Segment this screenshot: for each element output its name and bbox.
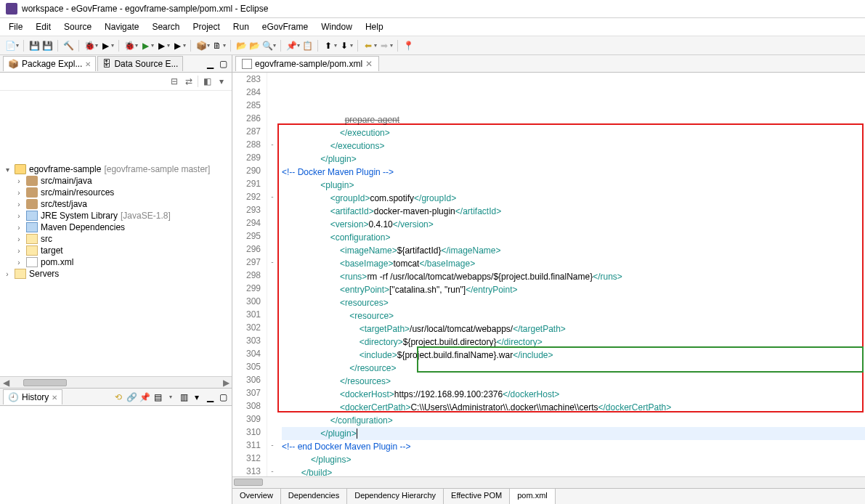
tree-row[interactable]: ›pom.xml — [0, 256, 232, 268]
menu-search[interactable]: Search — [146, 20, 185, 34]
menu-source[interactable]: Source — [58, 20, 97, 34]
run-server-icon[interactable]: ▶ — [100, 40, 111, 52]
tree-row[interactable]: ›JRE System Library [JavaSE-1.8] — [0, 210, 232, 221]
editor-body[interactable]: 2832842852862872882892902912922932942952… — [232, 73, 865, 476]
fold-column[interactable]: ----- — [267, 73, 277, 476]
tree-row[interactable]: ›src/main/java — [0, 175, 232, 187]
collapse-all-icon[interactable]: ⊟ — [168, 76, 180, 87]
tab-history[interactable]: 🕘 History ✕ — [3, 389, 62, 405]
twisty-icon[interactable]: › — [15, 189, 23, 197]
build-icon[interactable]: 🔨 — [62, 40, 74, 52]
tree-scrollbar[interactable]: ◀▶ — [0, 376, 232, 388]
code-line[interactable]: <plugin> — [282, 179, 865, 192]
twisty-icon[interactable]: ▾ — [3, 166, 12, 174]
maximize-icon[interactable]: ▢ — [217, 58, 229, 70]
tree-row[interactable]: ›Maven Dependencies — [0, 221, 232, 233]
view-menu-icon[interactable]: ▾ — [191, 391, 203, 403]
tree-row[interactable]: ›target — [0, 245, 232, 256]
menu-file[interactable]: File — [3, 20, 28, 34]
code-line[interactable]: <dockerHost>https://192.168.99.100:2376<… — [282, 388, 865, 401]
twisty-icon[interactable]: › — [15, 177, 23, 185]
pom-tab-effective-pom[interactable]: Effective POM — [444, 489, 510, 504]
menu-navigate[interactable]: Navigate — [99, 20, 145, 34]
pom-tab-dependency-hierarchy[interactable]: Dependency Hierarchy — [347, 489, 444, 504]
editor-tab-pom[interactable]: egovframe-sample/pom.xml ✕ — [235, 56, 379, 71]
next-annotation-icon[interactable]: ⬇ — [338, 40, 350, 52]
code-line[interactable]: <baseImage>tomcat</baseImage> — [282, 257, 865, 270]
code-line[interactable]: <runs>rm -rf /usr/local/tomcat/webapps/$… — [282, 270, 865, 283]
code-line[interactable]: <entryPoint>["catalina.sh", "run"]</entr… — [282, 283, 865, 296]
filter-icon[interactable]: ▤ — [152, 391, 163, 403]
code-line[interactable]: </execution> — [282, 126, 865, 139]
prev-annotation-icon[interactable]: ⬆ — [322, 40, 334, 52]
twisty-icon[interactable]: › — [15, 212, 23, 220]
focus-task-icon[interactable]: ◧ — [201, 76, 213, 87]
pom-tab-overview[interactable]: Overview — [232, 489, 281, 504]
code-line[interactable]: <dockerCertPath>C:\\Users\\Administrator… — [282, 401, 865, 414]
pin-icon[interactable]: 📌 — [139, 391, 150, 403]
tree-row[interactable]: ›src — [0, 233, 232, 245]
tree-row[interactable]: ›src/main/resources — [0, 187, 232, 198]
code-line[interactable]: <groupId>com.spotify</groupId> — [282, 192, 865, 205]
view-menu-icon[interactable]: ▾ — [216, 76, 227, 87]
new-class-icon[interactable]: 🗎 — [211, 40, 223, 52]
compare-mode-icon[interactable]: ▥ — [178, 391, 190, 403]
link-editor-icon[interactable]: ⇄ — [183, 76, 195, 87]
twisty-icon[interactable]: › — [15, 235, 23, 243]
code-line[interactable]: <configuration> — [282, 231, 865, 244]
twisty-icon[interactable]: › — [15, 224, 23, 232]
coverage-icon[interactable]: ▶ — [155, 40, 167, 52]
minimize-icon[interactable]: ▁ — [204, 58, 216, 70]
twisty-icon[interactable]: › — [15, 259, 23, 267]
code-line[interactable]: <imageName>${artifactId}</imageName> — [282, 244, 865, 257]
code-line[interactable]: </plugins> — [282, 453, 865, 466]
code-line[interactable]: </plugin> — [282, 427, 865, 440]
maximize-icon[interactable]: ▢ — [217, 391, 229, 403]
menu-egovframe[interactable]: eGovFrame — [256, 20, 314, 34]
twisty-icon[interactable]: › — [15, 200, 23, 208]
code-area[interactable]: prepare-agent </execution> </executions>… — [277, 73, 865, 476]
code-line[interactable]: <!-- Docker Maven Plugin --> — [282, 166, 865, 179]
twisty-icon[interactable]: › — [15, 247, 23, 255]
new-icon[interactable]: 📄 — [4, 40, 16, 52]
code-line[interactable]: </executions> — [282, 139, 865, 153]
minimize-icon[interactable]: ▁ — [204, 391, 216, 403]
debug-server-icon[interactable]: 🐞 — [84, 40, 95, 52]
pom-tab-pom.xml[interactable]: pom.xml — [510, 489, 556, 504]
code-line[interactable]: </build> — [282, 466, 865, 476]
toggle-mark-icon[interactable]: 📌 — [285, 40, 297, 52]
tree-row[interactable]: ▾egovframe-sample [egovframe-sample mast… — [0, 163, 232, 175]
tree-row[interactable]: ›src/test/java — [0, 198, 232, 210]
pin-editor-icon[interactable]: 📍 — [402, 40, 414, 52]
twisty-icon[interactable]: › — [3, 270, 12, 278]
debug-icon[interactable]: 🐞 — [123, 40, 135, 52]
pom-tab-dependencies[interactable]: Dependencies — [281, 489, 347, 504]
editor-h-scrollbar[interactable] — [232, 476, 865, 488]
save-all-icon[interactable]: 💾 — [41, 40, 53, 52]
open-type-icon[interactable]: 📂 — [248, 40, 260, 52]
tab-package-explorer[interactable]: 📦 Package Expl... ✕ — [3, 56, 96, 71]
code-line[interactable]: </resource> — [282, 362, 865, 375]
code-line[interactable]: <artifactId>docker-maven-plugin</artifac… — [282, 205, 865, 218]
code-line[interactable]: </resources> — [282, 375, 865, 388]
menu-edit[interactable]: Edit — [30, 20, 57, 34]
forward-icon[interactable]: ➡ — [378, 40, 390, 52]
code-line[interactable]: <version>0.4.10</version> — [282, 218, 865, 231]
menu-run[interactable]: Run — [227, 20, 255, 34]
code-line[interactable]: <!-- end Docker Maven Plugin --> — [282, 440, 865, 453]
code-line[interactable]: <include>${project.build.finalName}.war<… — [282, 349, 865, 362]
external-tools-icon[interactable]: ▶ — [171, 40, 183, 52]
code-line[interactable]: <resources> — [282, 296, 865, 309]
search-icon[interactable]: 🔍 — [261, 40, 273, 52]
code-line[interactable]: prepare-agent — [282, 113, 865, 126]
code-line[interactable]: <targetPath>/usr/local/tomcat/webapps/</… — [282, 322, 865, 336]
refresh-icon[interactable]: ⟲ — [113, 391, 124, 403]
package-explorer-tree[interactable]: ▾egovframe-sample [egovframe-sample mast… — [0, 91, 232, 376]
code-line[interactable]: <resource> — [282, 309, 865, 322]
back-icon[interactable]: ⬅ — [362, 40, 374, 52]
code-line[interactable]: </configuration> — [282, 414, 865, 427]
menu-help[interactable]: Help — [360, 20, 389, 34]
tree-row[interactable]: ›Servers — [0, 268, 232, 280]
menu-window[interactable]: Window — [315, 20, 358, 34]
close-icon[interactable]: ✕ — [85, 60, 91, 68]
